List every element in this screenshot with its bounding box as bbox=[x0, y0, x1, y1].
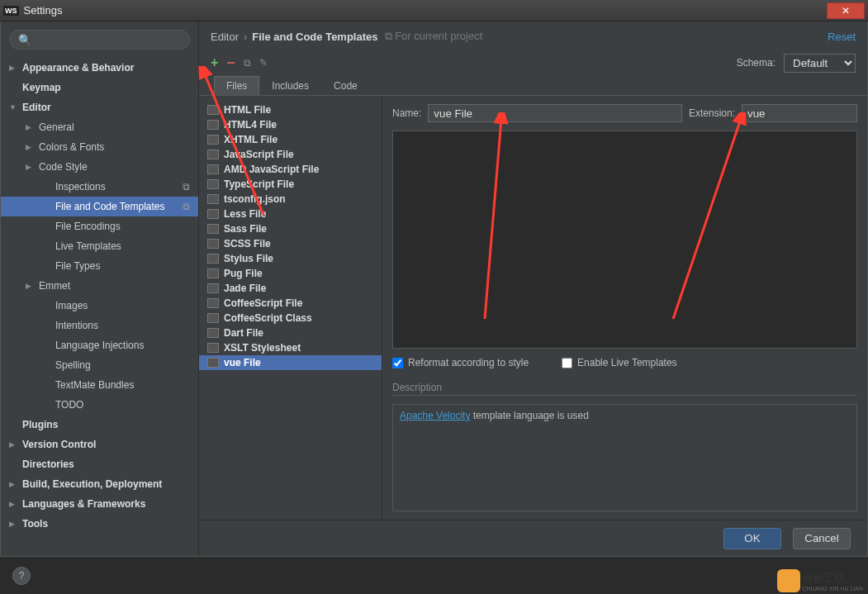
tree-item[interactable]: ▶Colors & Fonts bbox=[1, 137, 198, 157]
tree-item[interactable]: ▶General bbox=[1, 117, 198, 137]
tab-includes[interactable]: Includes bbox=[259, 76, 321, 95]
template-item[interactable]: XSLT Stylesheet bbox=[199, 340, 382, 355]
schema-label: Schema: bbox=[737, 57, 776, 69]
tree-item[interactable]: ▼Editor bbox=[1, 97, 198, 117]
file-icon bbox=[207, 358, 219, 368]
file-icon bbox=[207, 239, 219, 249]
tree-item[interactable]: ▶Version Control bbox=[1, 435, 198, 454]
tree-item[interactable]: TextMate Bundles bbox=[1, 375, 198, 395]
template-item[interactable]: Jade File bbox=[199, 281, 382, 296]
main-panel: Editor › File and Code Templates ⧉ For c… bbox=[199, 21, 867, 556]
tab-files[interactable]: Files bbox=[214, 76, 259, 95]
file-icon bbox=[207, 343, 219, 353]
extension-label: Extension: bbox=[689, 107, 735, 119]
settings-tree[interactable]: ▶Appearance & BehaviorKeymap▼Editor▶Gene… bbox=[1, 55, 198, 556]
app-badge: WS bbox=[3, 6, 19, 16]
file-icon bbox=[207, 224, 219, 234]
titlebar: WS Settings ✕ bbox=[0, 0, 868, 21]
tabs: FilesIncludesCode bbox=[199, 74, 867, 96]
tree-item[interactable]: ▶Code Style bbox=[1, 157, 198, 177]
schema-select[interactable]: Default bbox=[784, 54, 856, 73]
template-item[interactable]: Stylus File bbox=[199, 251, 382, 266]
name-field[interactable] bbox=[428, 104, 682, 122]
tree-item[interactable]: Inspections⧉ bbox=[1, 177, 198, 197]
tab-code[interactable]: Code bbox=[321, 76, 370, 95]
tree-item[interactable]: TODO bbox=[1, 395, 198, 415]
velocity-link[interactable]: Apache Velocity bbox=[400, 410, 470, 421]
tree-item[interactable]: ▶Appearance & Behavior bbox=[1, 58, 198, 78]
template-item[interactable]: SCSS File bbox=[199, 236, 382, 251]
tree-item[interactable]: Live Templates bbox=[1, 236, 198, 256]
tree-item[interactable]: Intentions bbox=[1, 316, 198, 335]
reformat-checkbox[interactable]: Reformat according to style bbox=[392, 357, 529, 368]
file-icon bbox=[207, 164, 219, 174]
close-button[interactable]: ✕ bbox=[827, 2, 865, 19]
watermark: 创新互联CHUANG XIN HU LIAN bbox=[777, 569, 863, 592]
template-item[interactable]: XHTML File bbox=[199, 132, 382, 147]
tree-item[interactable]: ▶Tools bbox=[1, 514, 198, 534]
toolbar: + − ⧉ ✎ Schema: Default bbox=[199, 51, 867, 74]
template-item[interactable]: vue File bbox=[199, 355, 382, 370]
description-box: Apache Velocity template language is use… bbox=[392, 404, 857, 511]
extension-field[interactable] bbox=[742, 104, 857, 122]
tree-item[interactable]: Keymap bbox=[1, 78, 198, 97]
paste-icon[interactable]: ✎ bbox=[259, 57, 268, 69]
template-item[interactable]: JavaScript File bbox=[199, 147, 382, 162]
name-label: Name: bbox=[392, 107, 421, 119]
file-icon bbox=[207, 268, 219, 278]
file-icon bbox=[207, 150, 219, 159]
template-item[interactable]: Pug File bbox=[199, 266, 382, 281]
template-item[interactable]: CoffeeScript Class bbox=[199, 311, 382, 326]
file-icon bbox=[207, 179, 219, 189]
template-item[interactable]: HTML File bbox=[199, 102, 382, 117]
template-editor[interactable] bbox=[392, 131, 857, 349]
settings-tree-panel: ▶Appearance & BehaviorKeymap▼Editor▶Gene… bbox=[1, 21, 199, 556]
tree-item[interactable]: File Encodings bbox=[1, 216, 198, 236]
template-item[interactable]: Sass File bbox=[199, 221, 382, 236]
template-form: Name: Extension: Reformat according to s… bbox=[382, 96, 867, 520]
file-icon bbox=[207, 194, 219, 204]
remove-icon[interactable]: − bbox=[226, 55, 235, 72]
file-icon bbox=[207, 105, 219, 115]
help-button[interactable]: ? bbox=[12, 567, 31, 585]
tree-item[interactable]: Language Injections bbox=[1, 335, 198, 355]
reset-link[interactable]: Reset bbox=[828, 31, 856, 43]
template-item[interactable]: Dart File bbox=[199, 326, 382, 340]
tree-item[interactable]: File and Code Templates⧉ bbox=[1, 197, 198, 216]
template-item[interactable]: Less File bbox=[199, 207, 382, 221]
file-icon bbox=[207, 328, 219, 338]
tree-item[interactable]: File Types bbox=[1, 256, 198, 276]
file-icon bbox=[207, 120, 219, 130]
template-item[interactable]: CoffeeScript File bbox=[199, 296, 382, 311]
template-item[interactable]: HTML4 File bbox=[199, 117, 382, 132]
template-item[interactable]: TypeScript File bbox=[199, 177, 382, 192]
file-icon bbox=[207, 298, 219, 308]
file-icon bbox=[207, 313, 219, 323]
file-icon bbox=[207, 209, 219, 219]
breadcrumb: Editor › File and Code Templates ⧉ For c… bbox=[199, 21, 867, 51]
template-list[interactable]: HTML FileHTML4 FileXHTML FileJavaScript … bbox=[199, 96, 382, 520]
dialog-buttons: OK Cancel bbox=[199, 520, 867, 556]
tree-item[interactable]: ▶Emmet bbox=[1, 276, 198, 296]
add-icon[interactable]: + bbox=[211, 55, 218, 70]
copy-icon[interactable]: ⧉ bbox=[244, 57, 251, 69]
description-label: Description bbox=[392, 382, 857, 396]
file-icon bbox=[207, 135, 219, 145]
cancel-button[interactable]: Cancel bbox=[793, 528, 851, 549]
tree-item[interactable]: Plugins bbox=[1, 415, 198, 435]
tree-item[interactable]: Images bbox=[1, 296, 198, 316]
template-item[interactable]: tsconfig.json bbox=[199, 192, 382, 207]
file-icon bbox=[207, 254, 219, 264]
tree-item[interactable]: Directories bbox=[1, 454, 198, 474]
ok-button[interactable]: OK bbox=[723, 528, 781, 549]
window-title: Settings bbox=[24, 4, 63, 17]
live-templates-checkbox[interactable]: Enable Live Templates bbox=[562, 357, 677, 368]
tree-item[interactable]: Spelling bbox=[1, 355, 198, 375]
tree-item[interactable]: ▶Languages & Frameworks bbox=[1, 494, 198, 514]
tree-item[interactable]: ▶Build, Execution, Deployment bbox=[1, 474, 198, 494]
template-item[interactable]: AMD JavaScript File bbox=[199, 162, 382, 177]
search-input[interactable] bbox=[9, 30, 190, 50]
file-icon bbox=[207, 283, 219, 293]
